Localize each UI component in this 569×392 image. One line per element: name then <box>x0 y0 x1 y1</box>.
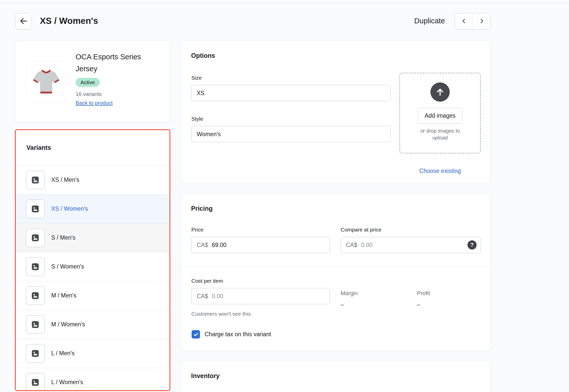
chevron-left-icon <box>461 18 467 25</box>
variant-row[interactable]: S / Men's <box>16 223 170 252</box>
image-upload-dropzone[interactable]: Add images or drop images to upload <box>399 73 481 153</box>
product-thumbnail <box>26 62 67 103</box>
price-input[interactable]: CA$ 69.00 <box>191 237 330 253</box>
charge-tax-checkbox[interactable] <box>192 330 200 338</box>
variant-label: M / Women's <box>51 321 85 328</box>
variant-edit-page: XS / Women's Duplicate OCA Esports Seri <box>0 0 569 392</box>
variant-row[interactable]: S / Women's <box>16 252 170 281</box>
size-label: Size <box>191 75 202 81</box>
variant-row[interactable]: L / Women's <box>16 368 170 391</box>
variant-label: S / Women's <box>51 263 84 270</box>
variant-label: S / Men's <box>51 234 75 241</box>
back-button[interactable] <box>15 13 32 29</box>
variants-header: Variants <box>16 130 170 166</box>
image-placeholder-icon <box>26 200 45 218</box>
status-badge: Active <box>76 78 100 87</box>
variant-label: L / Women's <box>51 379 83 386</box>
page-title: XS / Women's <box>40 16 98 26</box>
options-card: Options Size Style Add images or drop im… <box>181 41 491 184</box>
image-placeholder-icon <box>26 286 45 305</box>
style-input[interactable] <box>191 126 391 142</box>
profit-value: – <box>417 301 420 308</box>
variants-count: 16 variants <box>76 91 164 97</box>
variants-title: Variants <box>26 144 51 151</box>
upload-arrow-icon <box>430 82 450 102</box>
variant-label: XS / Men's <box>51 176 79 183</box>
variant-label: L / Men's <box>51 350 75 357</box>
variant-label: XS / Women's <box>51 205 88 212</box>
image-placeholder-icon <box>26 257 45 276</box>
variant-row[interactable]: XS / Men's <box>16 166 170 194</box>
currency-prefix: CA$ <box>197 242 208 248</box>
cost-per-item-value: 0.00 <box>212 293 223 300</box>
cost-hint: Customers won't see this <box>191 311 251 317</box>
profit-label: Profit <box>417 290 430 297</box>
pricing-title: Pricing <box>191 205 213 212</box>
image-placeholder-icon <box>26 171 45 189</box>
charge-tax-row[interactable]: Charge tax on this variant <box>192 330 271 338</box>
margin-value: – <box>341 301 344 308</box>
margin-label: Margin <box>341 290 358 297</box>
price-value: 69.00 <box>212 242 227 248</box>
style-label: Style <box>191 116 203 122</box>
variants-panel: Variants XS / Men's XS / Women's S / Men… <box>15 129 170 391</box>
duplicate-button[interactable]: Duplicate <box>414 17 445 25</box>
product-summary-card: OCA Esports Series Jersey Active 16 vari… <box>15 41 170 122</box>
inventory-title: Inventory <box>191 372 220 380</box>
previous-variant-button[interactable] <box>455 13 473 29</box>
options-title: Options <box>191 52 215 59</box>
variant-row[interactable]: M / Men's <box>16 281 170 310</box>
variant-pagination <box>455 13 491 29</box>
next-variant-button[interactable] <box>473 13 491 29</box>
image-placeholder-icon <box>26 344 45 363</box>
back-to-product-link[interactable]: Back to product <box>76 100 113 106</box>
drop-images-hint: or drop images to upload <box>413 128 467 141</box>
help-icon[interactable]: ? <box>467 240 477 250</box>
compare-at-price-label: Compare at price <box>341 227 381 233</box>
pricing-card: Pricing Price CA$ 69.00 Compare at price… <box>181 193 491 351</box>
product-name: OCA Esports Series Jersey <box>76 51 164 75</box>
add-images-button[interactable]: Add images <box>418 108 462 123</box>
variant-label: M / Men's <box>51 292 76 299</box>
chevron-right-icon <box>478 18 485 25</box>
cost-per-item-input[interactable]: CA$ 0.00 <box>191 288 330 304</box>
image-placeholder-icon <box>26 315 45 334</box>
top-divider <box>0 3 569 4</box>
currency-prefix: CA$ <box>346 242 357 248</box>
price-label: Price <box>191 227 204 233</box>
variant-row[interactable]: XS / Women's <box>16 194 170 223</box>
compare-at-price-value: 0.00 <box>361 242 373 248</box>
variant-row[interactable]: M / Women's <box>16 310 170 339</box>
inventory-card: Inventory <box>181 361 491 392</box>
size-input[interactable] <box>191 85 391 101</box>
charge-tax-label: Charge tax on this variant <box>205 331 271 338</box>
jersey-image <box>29 65 63 99</box>
back-arrow-icon <box>19 17 28 26</box>
variant-row[interactable]: L / Men's <box>16 339 170 368</box>
cost-per-item-label: Cost per item <box>191 278 223 284</box>
currency-prefix: CA$ <box>197 293 208 300</box>
section-divider <box>181 267 491 267</box>
choose-existing-link[interactable]: Choose existing <box>399 168 481 174</box>
image-placeholder-icon <box>26 373 45 391</box>
image-placeholder-icon <box>26 228 45 247</box>
product-info: OCA Esports Series Jersey Active 16 vari… <box>76 51 164 106</box>
compare-at-price-input[interactable]: CA$ 0.00 ? <box>341 237 481 253</box>
